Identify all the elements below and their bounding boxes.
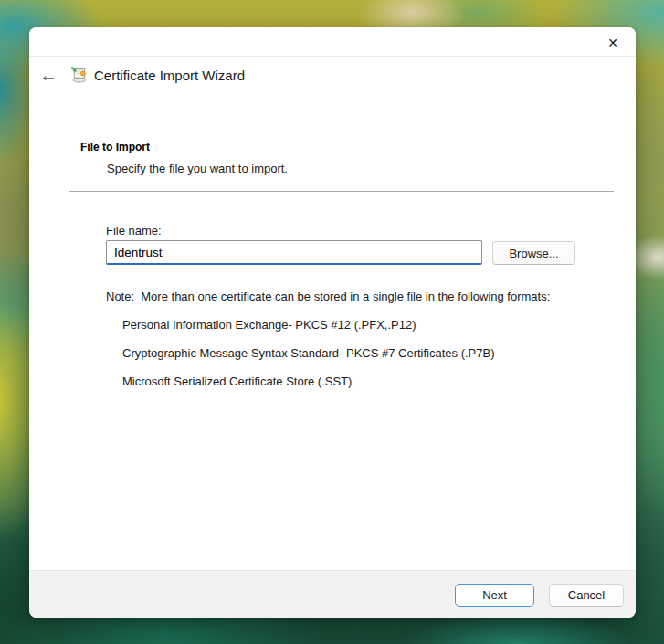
close-button[interactable]: ✕ bbox=[595, 30, 630, 55]
format-item-pkcs12: Personal Information Exchange- PKCS #12 … bbox=[122, 318, 416, 332]
section-subheading: Specify the file you want to import. bbox=[107, 162, 288, 175]
next-button[interactable]: Next bbox=[455, 584, 534, 607]
format-item-pkcs7: Cryptographic Message Syntax Standard- P… bbox=[122, 346, 495, 360]
section-heading: File to Import bbox=[80, 141, 150, 153]
back-arrow-icon: ← bbox=[39, 65, 58, 85]
note-text: Note: More than one certificate can be s… bbox=[106, 290, 550, 303]
certificate-import-wizard-window: ✕ ← Certificate Import Wizard File to Im… bbox=[29, 27, 636, 618]
window-title: Certificate Import Wizard bbox=[94, 68, 245, 83]
certificate-import-icon bbox=[70, 66, 88, 83]
section-divider bbox=[69, 191, 614, 192]
browse-button[interactable]: Browse... bbox=[492, 241, 575, 265]
file-name-input[interactable] bbox=[106, 240, 482, 265]
file-name-label: File name: bbox=[106, 224, 162, 238]
footer-bar bbox=[29, 570, 636, 618]
cancel-button[interactable]: Cancel bbox=[549, 584, 624, 607]
close-icon: ✕ bbox=[607, 37, 618, 49]
format-item-sst: Microsoft Serialized Certificate Store (… bbox=[122, 375, 352, 388]
desktop-wallpaper: ✕ ← Certificate Import Wizard File to Im… bbox=[0, 0, 664, 644]
titlebar: ✕ bbox=[29, 27, 636, 57]
back-button[interactable]: ← bbox=[37, 64, 60, 86]
